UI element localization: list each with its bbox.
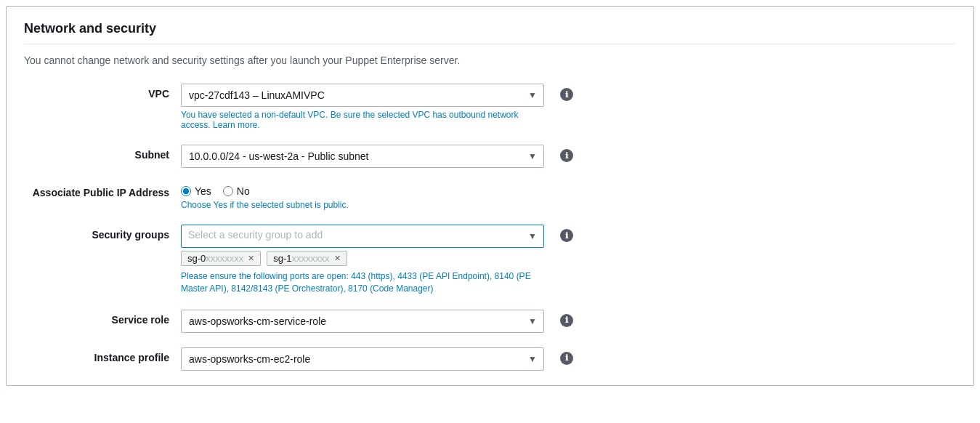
subnet-info-icon[interactable]: ℹ <box>560 149 573 162</box>
subnet-row: Subnet 10.0.0.0/24 - us-west-2a - Public… <box>24 145 956 168</box>
instance-profile-info-icon[interactable]: ℹ <box>560 352 573 365</box>
subnet-label: Subnet <box>24 145 169 161</box>
instance-profile-row: Instance profile aws-opsworks-cm-ec2-rol… <box>24 347 956 371</box>
vpc-control: vpc-27cdf143 – LinuxAMIVPC ▼ You have se… <box>181 84 544 130</box>
radio-no-label[interactable]: No <box>223 185 250 197</box>
vpc-select-wrapper[interactable]: vpc-27cdf143 – LinuxAMIVPC ▼ <box>181 84 544 107</box>
page-title: Network and security <box>24 21 956 36</box>
vpc-hint: You have selected a non-default VPC. Be … <box>181 110 544 130</box>
public-ip-control: Yes No Choose Yes if the selected subnet… <box>181 182 544 210</box>
security-group-select-wrapper[interactable]: ▼ <box>181 225 544 248</box>
subnet-select-wrapper[interactable]: 10.0.0.0/24 - us-west-2a - Public subnet… <box>181 145 544 168</box>
radio-yes-label[interactable]: Yes <box>181 185 211 197</box>
public-ip-hint: Choose Yes if the selected subnet is pub… <box>181 200 544 210</box>
security-group-select[interactable] <box>181 225 544 248</box>
sg-tag-0-remove[interactable]: ✕ <box>248 254 254 263</box>
vpc-info-icon[interactable]: ℹ <box>560 88 573 101</box>
instance-profile-select-wrapper[interactable]: aws-opsworks-cm-ec2-role ▼ <box>181 347 544 371</box>
instance-profile-select[interactable]: aws-opsworks-cm-ec2-role <box>181 347 544 371</box>
instance-profile-control: aws-opsworks-cm-ec2-role ▼ <box>181 347 544 371</box>
service-role-info-icon[interactable]: ℹ <box>560 314 573 327</box>
vpc-label: VPC <box>24 84 169 100</box>
section-divider <box>24 44 956 44</box>
service-role-select[interactable]: aws-opsworks-cm-service-role <box>181 310 544 333</box>
radio-no-text: No <box>237 185 250 197</box>
sg-tag-1-text: sg-1xxxxxxxx <box>273 253 329 264</box>
form-section: VPC vpc-27cdf143 – LinuxAMIVPC ▼ You hav… <box>24 84 956 371</box>
sg-tag-0: sg-0xxxxxxxx ✕ <box>181 251 261 266</box>
page-subtitle: You cannot change network and security s… <box>24 55 956 66</box>
public-ip-radio-group: Yes No <box>181 182 544 197</box>
radio-yes[interactable] <box>181 186 191 196</box>
radio-no[interactable] <box>223 186 233 196</box>
vpc-select[interactable]: vpc-27cdf143 – LinuxAMIVPC <box>181 84 544 107</box>
ports-hint: Please ensure the following ports are op… <box>181 270 544 295</box>
sg-tag-1-remove[interactable]: ✕ <box>334 254 341 263</box>
service-role-label: Service role <box>24 310 169 326</box>
public-ip-row: Associate Public IP Address Yes No Choos… <box>24 182 956 210</box>
security-group-tags: sg-0xxxxxxxx ✕ sg-1xxxxxxxx ✕ <box>181 251 544 266</box>
sg-tag-1: sg-1xxxxxxxx ✕ <box>267 251 347 266</box>
service-role-control: aws-opsworks-cm-service-role ▼ <box>181 310 544 333</box>
security-groups-label: Security groups <box>24 225 169 241</box>
subnet-control: 10.0.0.0/24 - us-west-2a - Public subnet… <box>181 145 544 168</box>
security-groups-row: Security groups ▼ Select a security grou… <box>24 225 956 295</box>
vpc-learn-more-link[interactable]: Learn more. <box>213 120 260 130</box>
subnet-select[interactable]: 10.0.0.0/24 - us-west-2a - Public subnet <box>181 145 544 168</box>
security-groups-control: ▼ Select a security group to add sg-0xxx… <box>181 225 544 295</box>
sg-tag-0-text: sg-0xxxxxxxx <box>187 253 243 264</box>
vpc-row: VPC vpc-27cdf143 – LinuxAMIVPC ▼ You hav… <box>24 84 956 130</box>
public-ip-label: Associate Public IP Address <box>24 182 169 198</box>
security-groups-info-icon[interactable]: ℹ <box>560 229 573 242</box>
radio-yes-text: Yes <box>195 185 211 197</box>
service-role-row: Service role aws-opsworks-cm-service-rol… <box>24 310 956 333</box>
service-role-select-wrapper[interactable]: aws-opsworks-cm-service-role ▼ <box>181 310 544 333</box>
network-security-panel: Network and security You cannot change n… <box>6 6 974 386</box>
instance-profile-label: Instance profile <box>24 347 169 363</box>
